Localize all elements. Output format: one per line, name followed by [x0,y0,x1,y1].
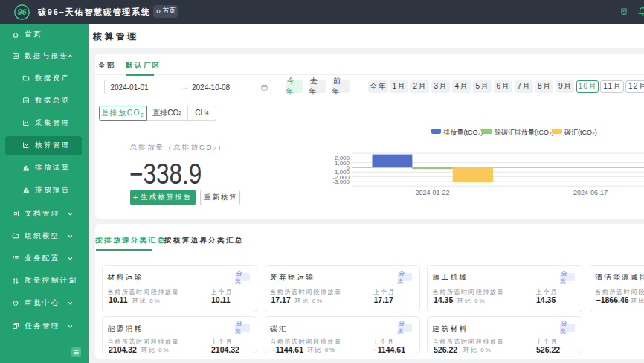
svg-text:2024-06-17: 2024-06-17 [573,189,608,196]
svg-text:96: 96 [17,7,27,16]
svg-text:-3,000: -3,000 [332,179,350,185]
svg-text:2024-01-22: 2024-01-22 [415,189,449,196]
